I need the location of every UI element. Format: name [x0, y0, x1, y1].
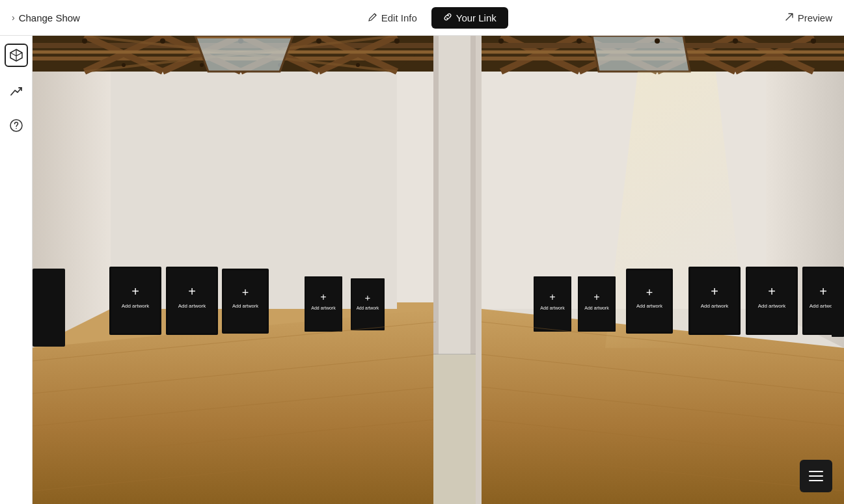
- gallery-scene: + Add artwork + Add artwork + Add artwor…: [33, 36, 844, 504]
- svg-text:Add artwork: Add artwork: [584, 306, 609, 310]
- svg-point-59: [811, 38, 816, 44]
- svg-text:+: +: [711, 284, 718, 298]
- your-link-label: Your Link: [456, 12, 497, 23]
- svg-point-58: [733, 38, 738, 44]
- svg-rect-86: [535, 278, 570, 330]
- preview-button[interactable]: Preview: [773, 12, 844, 23]
- svg-rect-64: [33, 269, 65, 347]
- svg-text:+: +: [549, 291, 555, 302]
- change-show-button[interactable]: › Change Show: [0, 12, 92, 23]
- svg-rect-121: [433, 354, 476, 504]
- svg-point-30: [200, 63, 204, 67]
- preview-icon: [785, 12, 794, 23]
- svg-rect-78: [306, 278, 341, 330]
- sidebar-cube-button[interactable]: [5, 44, 28, 67]
- svg-text:Add artwork: Add artwork: [758, 303, 787, 309]
- svg-text:Add artwork: Add artwork: [232, 303, 258, 309]
- svg-point-55: [498, 38, 504, 44]
- svg-rect-109: [832, 269, 844, 337]
- svg-point-27: [316, 38, 321, 44]
- svg-marker-53: [592, 36, 690, 72]
- svg-point-25: [160, 38, 165, 44]
- svg-text:+: +: [320, 291, 326, 302]
- svg-marker-33: [195, 36, 293, 72]
- preview-label: Preview: [798, 12, 832, 23]
- svg-text:+: +: [188, 284, 196, 298]
- svg-rect-70: [168, 269, 216, 333]
- svg-text:+: +: [593, 291, 599, 302]
- svg-rect-74: [224, 271, 267, 332]
- svg-point-29: [122, 63, 126, 67]
- edit-info-label: Edit Info: [381, 12, 417, 23]
- change-show-label: Change Show: [19, 12, 80, 23]
- svg-point-32: [356, 63, 360, 67]
- sidebar-help-button[interactable]: [5, 114, 28, 137]
- svg-rect-66: [111, 269, 159, 333]
- svg-point-56: [577, 38, 582, 44]
- sidebar-analytics-button[interactable]: [5, 79, 28, 102]
- svg-text:+: +: [646, 286, 653, 299]
- svg-text:+: +: [768, 284, 776, 298]
- svg-point-1: [16, 128, 17, 129]
- svg-text:+: +: [131, 284, 139, 298]
- svg-text:Add artwork: Add artwork: [311, 306, 336, 310]
- svg-rect-94: [628, 271, 671, 332]
- gallery-viewport: + Add artwork + Add artwork + Add artwor…: [33, 36, 844, 504]
- svg-rect-90: [579, 278, 614, 330]
- svg-text:Add artwork: Add artwork: [701, 303, 729, 309]
- svg-text:+: +: [365, 292, 371, 303]
- svg-text:Add artwork: Add artwork: [178, 303, 207, 309]
- chevron-icon: ›: [12, 12, 15, 23]
- nav-center-group: Edit Info Your Link: [92, 7, 773, 29]
- menu-button[interactable]: [800, 460, 832, 492]
- sidebar: [0, 36, 33, 504]
- edit-info-button[interactable]: Edit Info: [357, 7, 429, 29]
- svg-text:+: +: [819, 284, 827, 298]
- svg-point-24: [82, 38, 87, 44]
- your-link-button[interactable]: Your Link: [431, 7, 508, 29]
- svg-rect-82: [352, 280, 383, 329]
- svg-rect-98: [690, 269, 739, 333]
- svg-point-57: [655, 38, 660, 44]
- svg-text:+: +: [242, 286, 249, 299]
- svg-point-28: [394, 38, 400, 44]
- svg-text:Add artwork: Add artwork: [357, 306, 379, 310]
- edit-icon: [368, 12, 377, 23]
- top-navigation: › Change Show Edit Info Your Link: [0, 0, 844, 36]
- svg-text:Add artwork: Add artwork: [540, 306, 565, 310]
- svg-text:Add artwork: Add artwork: [636, 303, 662, 309]
- link-icon: [443, 12, 452, 23]
- svg-rect-102: [748, 269, 796, 333]
- svg-text:Add artwork: Add artwork: [122, 303, 150, 309]
